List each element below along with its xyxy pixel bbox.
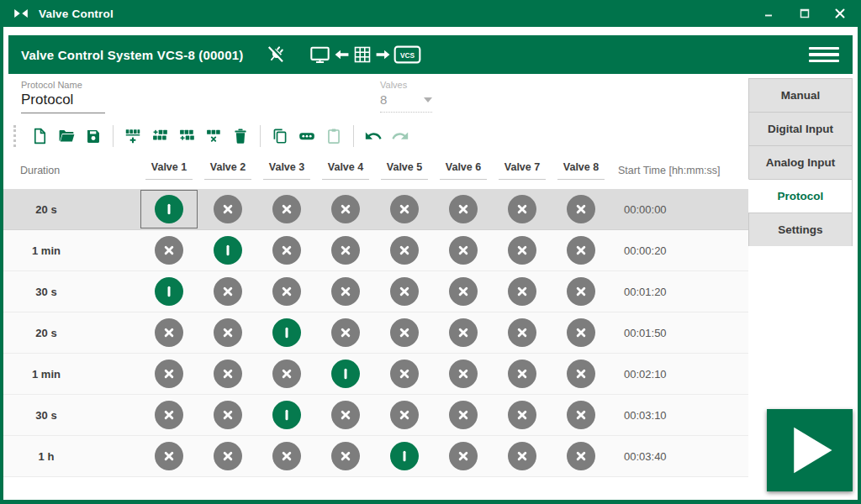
valve-off-toggle[interactable] xyxy=(567,360,595,388)
valve-off-toggle[interactable] xyxy=(508,360,536,388)
valve-off-toggle[interactable] xyxy=(272,360,301,388)
duration-value[interactable]: 1 min xyxy=(20,244,72,257)
valve-off-toggle[interactable] xyxy=(155,318,183,347)
tab-analog-input[interactable]: Analog Input xyxy=(748,145,853,179)
valve-cell-r6-v1 xyxy=(140,395,198,435)
insert-step-below-button[interactable] xyxy=(173,123,200,149)
minimize-button[interactable] xyxy=(752,0,787,27)
protocol-name-input[interactable]: Protocol xyxy=(21,90,105,113)
valve-bowtie-icon xyxy=(12,4,30,23)
duration-value[interactable]: 30 s xyxy=(20,286,72,298)
valve-off-toggle[interactable] xyxy=(449,401,478,429)
valve-on-toggle[interactable] xyxy=(214,236,242,265)
valve-off-toggle[interactable] xyxy=(331,236,360,265)
valve-off-toggle[interactable] xyxy=(155,401,183,429)
start-protocol-button[interactable] xyxy=(767,409,853,491)
valve-cell-r3-v6 xyxy=(434,271,493,312)
protocol-name-field[interactable]: Protocol Name Protocol xyxy=(21,80,105,113)
valve-off-toggle[interactable] xyxy=(449,195,478,223)
duration-value[interactable]: 20 s xyxy=(20,203,72,216)
valve-off-toggle[interactable] xyxy=(567,195,595,223)
tab-manual[interactable]: Manual xyxy=(748,78,853,112)
paste-icon xyxy=(325,127,343,145)
delete-all-button[interactable] xyxy=(227,123,254,149)
close-button[interactable] xyxy=(822,0,858,27)
tab-protocol[interactable]: Protocol xyxy=(748,179,853,213)
valve-off-toggle[interactable] xyxy=(390,401,419,429)
valve-off-toggle[interactable] xyxy=(567,236,595,265)
valve-off-toggle[interactable] xyxy=(331,442,360,470)
valve-off-toggle[interactable] xyxy=(567,277,595,306)
duration-value[interactable]: 30 s xyxy=(20,409,72,422)
copy-step-button[interactable] xyxy=(267,123,293,149)
valve-off-toggle[interactable] xyxy=(214,401,242,429)
undo-button[interactable] xyxy=(360,123,387,149)
open-protocol-button[interactable] xyxy=(53,123,80,149)
valve-off-toggle[interactable] xyxy=(331,401,360,429)
valve-off-toggle[interactable] xyxy=(449,236,478,265)
valve-off-toggle[interactable] xyxy=(449,318,478,347)
valve-cell-r3-v7 xyxy=(493,271,552,312)
valve-off-toggle[interactable] xyxy=(508,277,536,306)
insert-step-above-button[interactable] xyxy=(146,123,173,149)
valve-off-toggle[interactable] xyxy=(272,195,301,223)
valve-off-toggle[interactable] xyxy=(567,442,595,470)
valve-off-toggle[interactable] xyxy=(449,360,478,388)
valve-off-toggle[interactable] xyxy=(508,236,536,265)
valve-off-toggle[interactable] xyxy=(155,442,183,470)
pc-to-device-link: VCS xyxy=(309,44,421,66)
valve-off-toggle[interactable] xyxy=(214,360,242,388)
valve-off-toggle[interactable] xyxy=(272,236,301,265)
delete-step-button[interactable] xyxy=(200,123,227,149)
valves-select-field[interactable]: Valves 8 xyxy=(380,80,432,113)
tab-digital-input[interactable]: Digital Input xyxy=(748,112,853,145)
paste-step-button[interactable] xyxy=(320,123,347,149)
valve-on-toggle[interactable] xyxy=(272,401,301,429)
copy-valve-row-button[interactable] xyxy=(293,123,320,149)
valve-off-toggle[interactable] xyxy=(390,277,419,306)
valve-off-toggle[interactable] xyxy=(214,318,242,347)
tab-settings[interactable]: Settings xyxy=(748,213,853,246)
maximize-icon xyxy=(798,7,811,20)
valve-off-toggle[interactable] xyxy=(331,318,360,347)
valve-on-toggle[interactable] xyxy=(155,195,183,223)
valve-off-toggle[interactable] xyxy=(449,442,478,470)
valve-off-toggle[interactable] xyxy=(390,318,419,347)
add-step-button[interactable] xyxy=(119,123,146,149)
valve-off-toggle[interactable] xyxy=(214,442,242,470)
valve-off-toggle[interactable] xyxy=(214,277,242,306)
valve-off-toggle[interactable] xyxy=(331,195,360,223)
maximize-button[interactable] xyxy=(787,0,822,27)
duration-value[interactable]: 1 h xyxy=(20,450,72,463)
valve-off-toggle[interactable] xyxy=(390,236,419,265)
duration-value[interactable]: 20 s xyxy=(20,327,72,339)
valve-on-toggle[interactable] xyxy=(331,360,360,388)
valve-on-toggle[interactable] xyxy=(272,318,301,347)
valve-off-toggle[interactable] xyxy=(567,401,595,429)
valve-off-toggle[interactable] xyxy=(272,277,301,306)
valve-off-toggle[interactable] xyxy=(567,318,595,347)
valve-on-toggle[interactable] xyxy=(390,442,419,470)
valve-cell-r7-v7 xyxy=(493,436,552,476)
valve-cell-r1-v1 xyxy=(140,189,198,229)
valve-off-toggle[interactable] xyxy=(155,360,183,388)
valve-off-toggle[interactable] xyxy=(449,277,478,306)
valve-on-toggle[interactable] xyxy=(155,277,183,306)
valve-off-toggle[interactable] xyxy=(214,195,242,223)
valve-off-toggle[interactable] xyxy=(508,401,536,429)
valve-off-toggle[interactable] xyxy=(508,195,536,223)
valve-off-toggle[interactable] xyxy=(508,318,536,347)
valve-off-toggle[interactable] xyxy=(390,195,419,223)
hamburger-menu-icon[interactable] xyxy=(809,42,839,67)
valve-off-toggle[interactable] xyxy=(155,236,183,265)
valve-off-toggle[interactable] xyxy=(508,442,536,470)
row-insert-below-icon xyxy=(177,127,196,145)
valve-off-toggle[interactable] xyxy=(390,360,419,388)
redo-button[interactable] xyxy=(387,123,414,149)
valve-off-toggle[interactable] xyxy=(272,442,301,470)
save-protocol-button[interactable] xyxy=(80,123,107,149)
toolbar-drag-handle[interactable] xyxy=(13,125,16,147)
valve-off-toggle[interactable] xyxy=(331,277,360,306)
new-protocol-button[interactable] xyxy=(26,123,53,149)
duration-value[interactable]: 1 min xyxy=(20,368,72,381)
